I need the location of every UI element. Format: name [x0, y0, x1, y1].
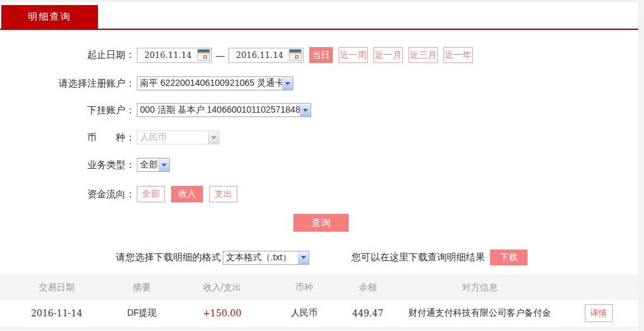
query-button[interactable]: 查询 [293, 214, 349, 232]
start-date-input[interactable]: 2016.11.14 [137, 48, 212, 63]
cell-balance: 449.47 [335, 308, 401, 318]
cell-summary: DF提现 [113, 307, 171, 319]
register-account-row: 请选择注册账户： 南平 6222001406100921065 灵通卡 [0, 76, 638, 90]
currency-value: 人民币 [137, 132, 208, 143]
tab-bar: 明细查询 [0, 2, 638, 30]
header-balance: 余额 [335, 282, 401, 293]
header-counterparty: 对方信息 [401, 282, 559, 293]
business-type-label: 业务类型： [0, 159, 135, 171]
date-range-label: 起止日期： [0, 49, 135, 61]
fund-flow-income[interactable]: 收入 [171, 186, 203, 202]
sub-account-label: 下挂账户： [0, 104, 135, 116]
register-account-select[interactable]: 南平 6222001406100921065 灵通卡 [137, 76, 293, 90]
sub-account-value: 000 活期 基本户 1406600101102571848 [137, 104, 300, 116]
currency-select: 人民币 [137, 130, 220, 144]
fund-flow-label: 资金流向： [0, 188, 135, 201]
download-hint: 您可以在这里下载查询明细结果 [351, 251, 485, 264]
currency-row: 币 种： 人民币 [0, 130, 638, 144]
download-row: 请您选择下载明细的格式 文本格式（.txt） 您可以在这里下载查询明细结果 下载 [0, 250, 638, 265]
download-button[interactable]: 下载 [490, 250, 528, 265]
tab-detail-query[interactable]: 明细查询 [1, 5, 98, 29]
currency-label: 币 种： [0, 132, 135, 144]
fund-flow-row: 资金流向： 全部 收入 支出 [0, 186, 638, 202]
quick-range-week[interactable]: 近一周 [339, 47, 368, 63]
quick-range-month[interactable]: 近一月 [374, 47, 403, 63]
date-separator: — [216, 50, 225, 60]
business-type-row: 业务类型： 全部 [0, 158, 638, 172]
end-date-input[interactable]: 2016.11.14 [228, 48, 304, 63]
sub-account-select[interactable]: 000 活期 基本户 1406600101102571848 [137, 103, 311, 117]
cell-amount: +150.00 [171, 308, 274, 318]
quick-range-year[interactable]: 近一年 [444, 47, 473, 63]
header-summary: 摘要 [113, 282, 171, 293]
header-amount: 收入/支出 [171, 282, 274, 293]
results-table: 交易日期 摘要 收入/支出 币种 余额 对方信息 2016-11-14 DF提现… [0, 275, 638, 330]
cell-currency: 人民币 [274, 307, 335, 319]
detail-button[interactable]: 详情 [585, 304, 613, 322]
quick-range-today[interactable]: 当日 [309, 47, 333, 63]
chevron-down-icon[interactable] [300, 104, 311, 116]
business-type-select[interactable]: 全部 [137, 158, 170, 172]
query-row: 查询 [0, 214, 638, 232]
register-account-value: 南平 6222001406100921065 灵通卡 [137, 78, 282, 89]
cell-counterparty: 财付通支付科技有限公司客户备付金 [401, 307, 559, 319]
chevron-down-icon[interactable] [282, 77, 293, 90]
cell-action: 详情 [559, 304, 638, 322]
cell-date: 2016-11-14 [0, 308, 113, 318]
business-type-value: 全部 [137, 159, 158, 171]
header-currency: 币种 [274, 282, 335, 293]
table-row: 2016-11-14 DF提现 +150.00 人民币 449.47 财付通支付… [0, 300, 638, 327]
calendar-icon[interactable] [289, 49, 302, 61]
date-range-row: 起止日期： 2016.11.14 — 2016.11.14 当日 近一周 近一月… [0, 47, 638, 63]
main-panel: 明细查询 起止日期： 2016.11.14 — 2016.11.14 当日 近一… [0, 2, 638, 331]
chevron-down-icon[interactable] [298, 251, 309, 264]
header-date: 交易日期 [0, 282, 113, 293]
end-date-value: 2016.11.14 [230, 50, 289, 60]
table-footer-strip [0, 327, 638, 330]
sub-account-row: 下挂账户： 000 活期 基本户 1406600101102571848 [0, 103, 638, 117]
fund-flow-expense[interactable]: 支出 [209, 186, 237, 202]
chevron-down-icon[interactable] [158, 158, 169, 171]
download-format-label: 请您选择下载明细的格式 [116, 251, 221, 264]
start-date-value: 2016.11.14 [139, 50, 197, 60]
table-header-row: 交易日期 摘要 收入/支出 币种 余额 对方信息 [0, 275, 638, 300]
quick-range-quarter[interactable]: 近三月 [409, 47, 438, 63]
download-format-select[interactable]: 文本格式（.txt） [223, 251, 309, 265]
calendar-icon[interactable] [197, 49, 210, 61]
download-format-value: 文本格式（.txt） [223, 252, 298, 264]
query-form: 起止日期： 2016.11.14 — 2016.11.14 当日 近一周 近一月… [0, 47, 638, 265]
register-account-label: 请选择注册账户： [0, 78, 135, 90]
chevron-down-icon [208, 131, 219, 144]
fund-flow-all[interactable]: 全部 [137, 186, 165, 202]
